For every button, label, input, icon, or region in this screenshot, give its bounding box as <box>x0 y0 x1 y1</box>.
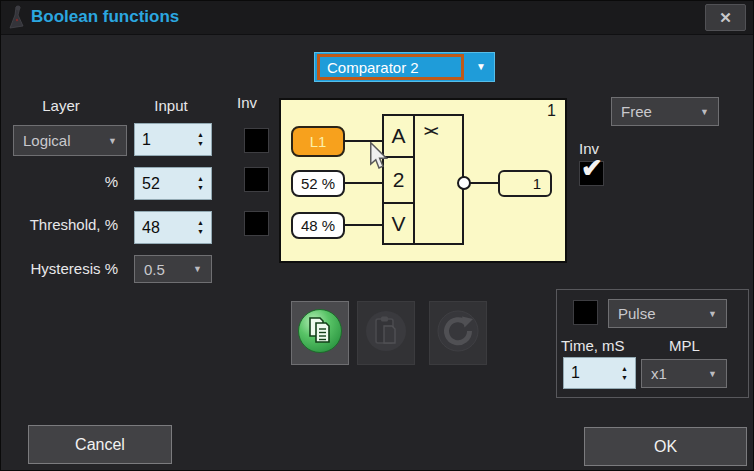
block-number: 1 <box>547 102 556 120</box>
title-bar: Boolean functions ✕ <box>1 1 753 35</box>
boolean-functions-dialog: Boolean functions ✕ Comparator 2 ▼ Layer… <box>0 0 754 471</box>
layer-value: Logical <box>23 132 71 149</box>
close-button[interactable]: ✕ <box>705 4 746 31</box>
stepper-arrows[interactable]: ▲▼ <box>197 220 204 235</box>
mode-value: Free <box>621 103 652 120</box>
copy-icon <box>297 308 343 358</box>
arrow-down-icon[interactable]: ▼ <box>621 375 628 381</box>
threshold-label: Threshold, % <box>9 216 118 233</box>
chevron-down-icon: ▼ <box>108 136 117 146</box>
ok-button-label: OK <box>654 438 677 456</box>
comparator-block: >< <box>413 114 464 245</box>
function-selector-value: Comparator 2 <box>320 59 419 76</box>
layer-label: Layer <box>25 97 97 114</box>
port-a: A <box>384 116 413 158</box>
cancel-button[interactable]: Cancel <box>28 425 172 464</box>
input-label: Input <box>131 97 211 114</box>
port-v: V <box>384 204 413 243</box>
window-title: Boolean functions <box>31 7 179 27</box>
mode-dropdown[interactable]: Free ▼ <box>611 97 719 126</box>
paste-button[interactable] <box>357 301 415 365</box>
pulse-checkbox[interactable] <box>573 300 598 325</box>
pulse-mode-value: Pulse <box>618 305 656 322</box>
port-2: 2 <box>384 158 413 204</box>
chevron-down-icon: ▼ <box>193 264 202 274</box>
copy-button[interactable] <box>291 301 349 365</box>
time-stepper[interactable]: 1 ▲▼ <box>563 357 636 389</box>
port-column: A 2 V <box>382 114 415 245</box>
diagram-output-box: 1 <box>498 170 552 197</box>
inv-output-checkbox[interactable]: ✔ <box>579 161 604 186</box>
percent-stepper[interactable]: 52 ▲▼ <box>134 167 212 200</box>
mpl-value: x1 <box>651 365 667 382</box>
time-value: 1 <box>571 364 580 382</box>
reset-icon <box>435 308 481 358</box>
arrow-up-icon[interactable]: ▲ <box>197 220 204 226</box>
hysteresis-dropdown[interactable]: 0.5 ▼ <box>134 255 212 283</box>
logic-diagram: 1 L1 52 % 48 % A 2 V >< 1 <box>279 98 567 263</box>
arrow-down-icon[interactable]: ▼ <box>197 229 204 235</box>
paste-icon <box>363 308 409 358</box>
percent-value: 52 <box>142 175 160 193</box>
inv-checkbox-input3[interactable] <box>244 211 269 236</box>
arrow-down-icon[interactable]: ▼ <box>197 141 204 147</box>
chevron-down-icon: ▼ <box>700 107 709 117</box>
mouse-cursor <box>369 142 388 174</box>
ok-button[interactable]: OK <box>584 427 747 466</box>
diagram-input2-box[interactable]: 52 % <box>291 170 345 197</box>
reset-button[interactable] <box>429 301 487 365</box>
input-stepper[interactable]: 1 ▲▼ <box>134 123 212 156</box>
diagram-input3-box[interactable]: 48 % <box>291 212 345 239</box>
stepper-arrows[interactable]: ▲▼ <box>621 366 628 381</box>
percent-label: % <box>41 173 118 190</box>
check-icon: ✔ <box>581 153 603 184</box>
function-selector-dropdown[interactable]: Comparator 2 ▼ <box>314 52 495 82</box>
arrow-up-icon[interactable]: ▲ <box>197 176 204 182</box>
diagram-input1-box[interactable]: L1 <box>291 126 345 157</box>
app-icon <box>7 5 27 34</box>
close-icon: ✕ <box>719 9 732 26</box>
threshold-value: 48 <box>142 219 160 237</box>
comparator-operator: >< <box>424 123 436 139</box>
wire-input3 <box>344 224 383 226</box>
time-label: Time, mS <box>561 337 625 354</box>
arrow-up-icon[interactable]: ▲ <box>197 132 204 138</box>
arrow-down-icon[interactable]: ▼ <box>197 185 204 191</box>
output-node <box>457 176 471 190</box>
stepper-arrows[interactable]: ▲▼ <box>197 176 204 191</box>
inv-checkbox-input1[interactable] <box>244 128 269 153</box>
chevron-down-icon: ▼ <box>476 61 486 72</box>
function-selector-focus: Comparator 2 <box>317 54 464 80</box>
hysteresis-value: 0.5 <box>144 261 165 278</box>
cancel-button-label: Cancel <box>75 436 125 454</box>
layer-dropdown[interactable]: Logical ▼ <box>13 125 127 156</box>
input-value: 1 <box>142 131 151 149</box>
threshold-stepper[interactable]: 48 ▲▼ <box>134 211 212 244</box>
mpl-label: MPL <box>669 337 700 354</box>
hysteresis-label: Hysteresis % <box>9 260 118 277</box>
chevron-down-icon: ▼ <box>708 369 717 379</box>
chevron-down-icon: ▼ <box>708 309 717 319</box>
arrow-up-icon[interactable]: ▲ <box>621 366 628 372</box>
wire-input2 <box>344 182 383 184</box>
inv-inputs-label: Inv <box>237 94 257 111</box>
pulse-mode-dropdown[interactable]: Pulse ▼ <box>608 299 727 328</box>
mpl-dropdown[interactable]: x1 ▼ <box>641 359 727 388</box>
inv-checkbox-input2[interactable] <box>244 167 269 192</box>
wire-output <box>469 182 500 184</box>
stepper-arrows[interactable]: ▲▼ <box>197 132 204 147</box>
